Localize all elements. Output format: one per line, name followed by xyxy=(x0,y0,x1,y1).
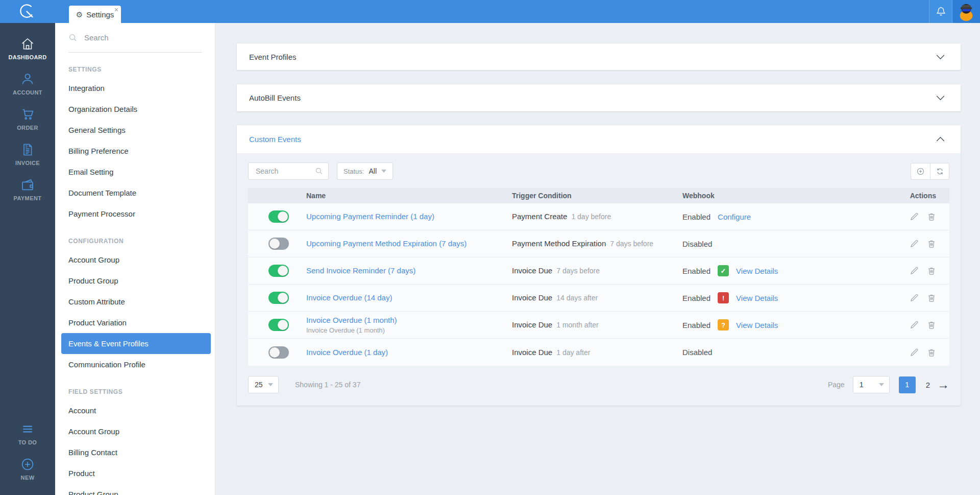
sidebar-item-communication-profile[interactable]: Communication Profile xyxy=(55,354,215,375)
sidebar-item-organization-details[interactable]: Organization Details xyxy=(55,99,215,120)
settings-menu: SETTINGSIntegrationOrganization DetailsG… xyxy=(55,23,215,495)
menu-search-input[interactable] xyxy=(83,33,202,42)
tab-settings[interactable]: ⚙ Settings × xyxy=(69,6,121,23)
webhook-status: Disabled xyxy=(682,348,712,357)
sidebar-item-integration[interactable]: Integration xyxy=(55,78,215,99)
page-button-2[interactable]: 2 xyxy=(926,381,930,389)
svg-text:$: $ xyxy=(26,144,28,149)
sidebar-item-product-group[interactable]: Product Group xyxy=(55,270,215,291)
sidebar-item-account-group[interactable]: Account Group xyxy=(55,249,215,270)
sidebar-item-billing-preference[interactable]: Billing Preference xyxy=(55,140,215,161)
sidebar-item-product-variation[interactable]: Product Variation xyxy=(55,312,215,333)
sidebar-item-events-event-profiles[interactable]: Events & Event Profiles xyxy=(61,333,211,354)
sidebar-item-payment[interactable]: PAYMENT xyxy=(0,174,55,205)
row-enabled-toggle[interactable] xyxy=(268,210,289,223)
event-name-link[interactable]: Send Invoice Reminder (7 days) xyxy=(306,266,415,275)
toolbar-buttons xyxy=(911,163,949,180)
status-filter-label: Status: xyxy=(344,168,364,175)
close-icon[interactable]: × xyxy=(114,6,118,13)
page-size-dropdown[interactable]: 25 xyxy=(248,376,279,393)
chevron-down-icon[interactable] xyxy=(936,95,945,101)
edit-icon[interactable] xyxy=(910,212,919,221)
row-enabled-toggle[interactable] xyxy=(268,292,289,304)
webhook-action-link[interactable]: View Details xyxy=(736,294,778,302)
trigger-condition: Payment Create xyxy=(512,212,567,221)
table-search-input[interactable] xyxy=(255,167,315,176)
page-number-dropdown[interactable]: 1 xyxy=(853,376,890,393)
sidebar-item-product-group[interactable]: Product Group xyxy=(55,484,215,495)
edit-icon[interactable] xyxy=(910,293,919,302)
sidebar-item-account[interactable]: Account xyxy=(55,400,215,421)
chevron-up-icon[interactable] xyxy=(936,136,945,142)
webhook-action-link[interactable]: Configure xyxy=(718,213,751,221)
panel-title: Event Profiles xyxy=(249,53,297,61)
webhook-action-link[interactable]: View Details xyxy=(736,321,778,329)
notifications-button[interactable] xyxy=(929,0,952,23)
toggle-knob xyxy=(278,211,288,222)
webhook-action-link[interactable]: View Details xyxy=(736,267,778,275)
user-avatar[interactable] xyxy=(952,0,980,23)
left-sidebar-items: DASHBOARDACCOUNTORDER$INVOICEPAYMENT xyxy=(0,33,55,209)
webhook-status: Enabled xyxy=(682,267,710,275)
add-event-button[interactable] xyxy=(911,163,930,180)
panel-autobill-events[interactable]: AutoBill Events xyxy=(237,84,961,111)
sidebar-item-label: TO DO xyxy=(18,439,37,445)
status-filter-value: All xyxy=(369,167,377,175)
sidebar-item-dashboard[interactable]: DASHBOARD xyxy=(0,33,55,64)
row-enabled-toggle[interactable] xyxy=(268,346,289,359)
question-badge-icon: ? xyxy=(718,319,729,331)
status-filter-dropdown[interactable]: Status: All xyxy=(337,162,393,180)
page-number-value: 1 xyxy=(860,381,864,389)
sidebar-item-new[interactable]: NEW xyxy=(0,454,55,484)
event-name-link[interactable]: Upcoming Payment Reminder (1 day) xyxy=(306,212,434,221)
caret-down-icon xyxy=(268,383,273,386)
sidebar-item-email-setting[interactable]: Email Setting xyxy=(55,161,215,182)
edit-icon[interactable] xyxy=(910,266,919,275)
sidebar-item-order[interactable]: ORDER xyxy=(0,104,55,134)
event-name-link[interactable]: Invoice Overdue (1 day) xyxy=(306,348,388,357)
sidebar-item-label: INVOICE xyxy=(15,160,40,166)
row-enabled-toggle[interactable] xyxy=(268,319,289,331)
panel-title: AutoBill Events xyxy=(249,93,301,102)
panel-event-profiles[interactable]: Event Profiles xyxy=(237,43,961,70)
event-name-link[interactable]: Invoice Overdue (14 day) xyxy=(306,293,392,302)
event-name-link[interactable]: Invoice Overdue (1 month) xyxy=(306,316,397,324)
page-button-1[interactable]: 1 xyxy=(899,376,916,393)
sidebar-item-custom-attribute[interactable]: Custom Attribute xyxy=(55,291,215,312)
delete-icon[interactable] xyxy=(927,348,936,357)
chevron-down-icon[interactable] xyxy=(936,54,945,60)
left-sidebar: DASHBOARDACCOUNTORDER$INVOICEPAYMENT TO … xyxy=(0,23,55,495)
trigger-condition: Payment Method Expiration xyxy=(512,239,606,248)
custom-events-header[interactable]: Custom Events xyxy=(237,125,961,153)
edit-icon[interactable] xyxy=(910,320,919,329)
brand-logo-icon[interactable] xyxy=(12,0,42,23)
event-name-link[interactable]: Upcoming Payment Method Expiration (7 da… xyxy=(306,239,467,248)
page-size-value: 25 xyxy=(255,381,263,389)
sidebar-item-general-settings[interactable]: General Settings xyxy=(55,120,215,140)
showing-range-text: Showing 1 - 25 of 37 xyxy=(295,381,360,389)
row-enabled-toggle[interactable] xyxy=(268,265,289,277)
delete-icon[interactable] xyxy=(927,293,936,302)
sidebar-item-account-group[interactable]: Account Group xyxy=(55,421,215,442)
sidebar-item-to-do[interactable]: TO DO xyxy=(0,418,55,449)
delete-icon[interactable] xyxy=(927,266,936,275)
delete-icon[interactable] xyxy=(927,239,936,248)
sidebar-item-payment-processor[interactable]: Payment Processor xyxy=(55,203,215,224)
edit-icon[interactable] xyxy=(910,348,919,357)
webhook-status: Enabled xyxy=(682,321,710,329)
sidebar-item-billing-contact[interactable]: Billing Contact xyxy=(55,442,215,463)
sidebar-item-product[interactable]: Product xyxy=(55,463,215,484)
settings-menu-sections: SETTINGSIntegrationOrganization DetailsG… xyxy=(55,66,215,495)
left-sidebar-bottom-items: TO DONEW xyxy=(0,418,55,495)
table-row: Invoice Overdue (14 day)Invoice Due14 da… xyxy=(248,285,949,312)
sidebar-item-document-template[interactable]: Document Template xyxy=(55,182,215,203)
delete-icon[interactable] xyxy=(927,320,936,329)
edit-icon[interactable] xyxy=(910,239,919,248)
next-page-arrow-icon[interactable]: → xyxy=(937,379,949,391)
row-enabled-toggle[interactable] xyxy=(268,238,289,250)
topbar: ⚙ Settings × xyxy=(0,0,980,23)
refresh-button[interactable] xyxy=(930,163,949,180)
sidebar-item-invoice[interactable]: $INVOICE xyxy=(0,139,55,170)
delete-icon[interactable] xyxy=(927,212,936,221)
sidebar-item-account[interactable]: ACCOUNT xyxy=(0,68,55,99)
